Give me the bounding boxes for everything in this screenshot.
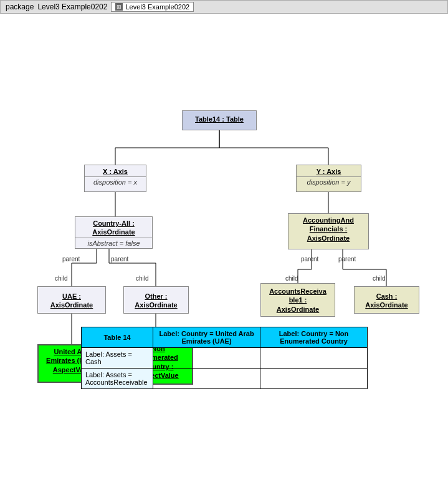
diagram-icon: ⊞ [115,3,123,11]
table-row1-col3 [260,348,368,369]
title-bar: package Level3 Example0202 ⊞ Level3 Exam… [0,0,448,14]
accounts-receivable-title: AccountsReceivable1 :AxisOrdinate [261,284,335,317]
table14-title: Table14 : Table [183,111,256,127]
x-axis-title: X : Axis [85,165,146,177]
other-box: Other :AxisOrdinate [123,286,189,314]
accounting-box: AccountingAndFinancials :AxisOrdinate [288,213,369,249]
table-row2-label: Label: Assets =AccountsReceivable [82,369,153,389]
package-keyword: package [6,2,34,11]
label-parent3: parent [301,256,318,263]
accounts-receivable-box: AccountsReceivable1 :AxisOrdinate [260,283,335,317]
label-child2: child [136,275,149,282]
accounting-title: AccountingAndFinancials :AxisOrdinate [288,214,368,243]
country-all-box: Country-All :AxisOrdinate isAbstract = f… [75,216,153,249]
x-axis-box: X : Axis disposition = x [84,165,146,192]
table-row2-col2 [153,369,260,389]
diagram-tab[interactable]: ⊞ Level3 Example0202 [111,2,194,12]
table-header-col3: Label: Country = Non Enumerated Country [260,327,368,348]
label-parent4: parent [338,256,356,263]
table-header-col2: Label: Country = United Arab Emirates (U… [153,327,260,348]
table-row1-label: Label: Assets = Cash [82,348,153,369]
table14-box: Table14 : Table [182,110,257,130]
label-parent2: parent [111,256,128,263]
package-name: Level3 Example0202 [37,2,107,11]
y-axis-box: Y : Axis disposition = y [296,165,361,192]
label-parent1: parent [62,256,80,263]
bottom-table: Table 14 Label: Country = United Arab Em… [81,327,368,389]
label-child3: child [285,275,298,282]
diagram-area: parent parent child child parent parent … [0,14,448,400]
other-title: Other :AxisOrdinate [124,287,188,315]
y-axis-body: disposition = y [297,177,361,187]
table-row2-col3 [260,369,368,389]
country-all-title: Country-All :AxisOrdinate [75,217,152,238]
uae-box: UAE :AxisOrdinate [37,286,106,314]
cash-title: Cash :AxisOrdinate [355,287,419,315]
label-child1: child [55,275,68,282]
uae-title: UAE :AxisOrdinate [38,287,105,315]
x-axis-body: disposition = x [85,177,146,187]
table-header-col1: Table 14 [82,327,153,348]
table-row1-col2 [153,348,260,369]
tab-label: Level3 Example0202 [125,3,189,11]
y-axis-title: Y : Axis [297,165,361,177]
label-child4: child [373,275,386,282]
cash-box: Cash :AxisOrdinate [354,286,419,314]
country-all-body: isAbstract = false [75,238,152,248]
